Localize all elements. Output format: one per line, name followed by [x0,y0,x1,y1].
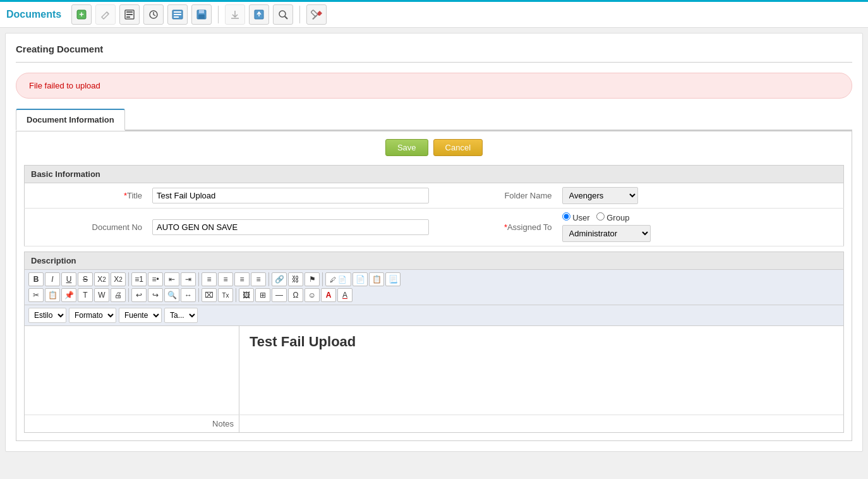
folder-select[interactable]: Avengers General HR Finance [562,187,638,204]
image-button[interactable]: 🖼 [239,288,254,302]
size-dropdown[interactable]: Ta... [164,308,198,323]
editor-dropdowns: Estilo Formato Fuente Ta... [25,305,843,326]
format-dropdown[interactable]: Formato [69,308,116,323]
paste-word-button[interactable]: W [94,288,109,302]
divider [16,62,852,63]
editor-content[interactable]: Test Fail Upload [250,334,833,350]
search-button[interactable] [273,4,293,25]
bg-color-button[interactable]: A [337,288,353,302]
upload-button[interactable] [249,4,269,25]
underline-button[interactable]: U [61,272,76,286]
strikethrough-button[interactable]: S [78,272,93,286]
doc2-button[interactable]: 📋 [369,272,384,286]
redo-button[interactable]: ↪ [148,288,163,302]
special-char-button[interactable]: Ω [288,288,303,302]
align-center-button[interactable]: ≡ [218,272,233,286]
svg-rect-5 [126,14,133,15]
view-button[interactable] [119,4,140,25]
folder-input-cell: Avengers General HR Finance [557,183,844,209]
copy-button[interactable]: 📋 [45,288,60,302]
download-button[interactable] [225,4,245,25]
add-button[interactable]: + [71,4,92,25]
doc3-button[interactable]: 📃 [385,272,401,286]
hr-button[interactable]: — [272,288,287,302]
title-row: *Title Folder Name Avengers General HR F… [25,183,844,209]
separator [218,6,219,23]
assigned-input-cell: User Group Administrator User1 User2 [557,209,844,246]
title-input-cell [147,183,434,209]
style-dropdown[interactable]: Estilo [28,308,66,323]
editor-right-panel[interactable]: Test Fail Upload [239,326,843,415]
notes-input [239,415,843,432]
basic-info-header: Basic Information [24,165,844,183]
user-radio-label[interactable]: User [562,212,590,222]
remove-format-button[interactable]: Tx [218,288,233,302]
clean-button[interactable]: ⌧ [202,288,217,302]
group-radio[interactable] [596,212,605,221]
description-header: Description [24,252,844,270]
paste-text-button[interactable]: T [78,288,93,302]
title-input[interactable] [152,188,429,203]
sep7 [236,288,236,302]
svg-line-18 [285,16,287,19]
flag-button[interactable]: ⚑ [304,272,320,286]
paste-button[interactable]: 📌 [61,288,76,302]
notes-label: Notes [25,415,239,432]
unlink-button[interactable]: ⛓ [288,272,303,286]
main-content: Creating Document File failed to upload … [5,33,863,452]
sep6 [198,288,199,302]
group-radio-label[interactable]: Group [596,212,630,222]
indent-less-button[interactable]: ⇤ [164,272,179,286]
svg-point-17 [279,11,286,17]
doc1-button[interactable]: 📄 [353,272,368,286]
assigned-select[interactable]: Administrator User1 User2 [562,225,651,242]
svg-rect-19 [311,10,318,17]
edit-button[interactable] [95,4,116,25]
emoji-button[interactable]: ☺ [304,288,320,302]
save-button[interactable]: Save [385,139,428,156]
subscript-button[interactable]: X2 [94,272,109,286]
link-button[interactable]: 🔗 [272,272,287,286]
svg-text:+: + [79,9,84,19]
tab-document-information[interactable]: Document Information [16,109,125,131]
sep1 [128,272,129,286]
notes-row: Notes [25,415,843,432]
user-radio[interactable] [562,212,570,221]
font-dropdown[interactable]: Fuente [119,308,162,323]
history-button[interactable] [143,4,164,25]
docno-input[interactable] [152,219,429,235]
form-panel: Save Cancel Basic Information *Title Fol… [16,131,852,441]
save-toolbar-button[interactable] [191,4,212,25]
cancel-button[interactable]: Cancel [433,139,483,156]
action-bar: Save Cancel [24,139,844,156]
print-button[interactable]: 🖨 [111,288,126,302]
svg-line-2 [107,12,109,14]
list-button[interactable] [167,4,188,25]
cut-button[interactable]: ✂ [28,288,44,302]
tools-button[interactable] [306,4,327,25]
bold-button[interactable]: B [28,272,44,286]
undo-button[interactable]: ↩ [131,288,147,302]
editor-toolbar-row2: ✂ 📋 📌 T W 🖨 ↩ ↪ 🔍 ↔ ⌧ Tx 🖼 ⊞ [28,288,840,302]
italic-button[interactable]: I [45,272,60,286]
basic-info-table: *Title Folder Name Avengers General HR F… [24,183,844,246]
replace-button[interactable]: ↔ [181,288,196,302]
source-button[interactable]: 🖊 📄 [325,272,351,286]
sep5 [128,288,129,302]
unordered-list-button[interactable]: ≡• [148,272,163,286]
align-right-button[interactable]: ≡ [234,272,250,286]
ordered-list-button[interactable]: ≡1 [131,272,147,286]
table-button[interactable]: ⊞ [255,288,270,302]
align-justify-button[interactable]: ≡ [251,272,266,286]
svg-rect-6 [126,16,130,18]
svg-rect-11 [174,16,179,18]
superscript-button[interactable]: X2 [111,272,126,286]
sep4 [322,272,323,286]
align-left-button[interactable]: ≡ [202,272,217,286]
separator2 [299,6,300,23]
editor-body: Test Fail Upload [25,326,843,415]
indent-more-button[interactable]: ⇥ [181,272,196,286]
font-color-button[interactable]: A [321,288,336,302]
svg-rect-10 [174,14,181,15]
find-button[interactable]: 🔍 [164,288,179,302]
